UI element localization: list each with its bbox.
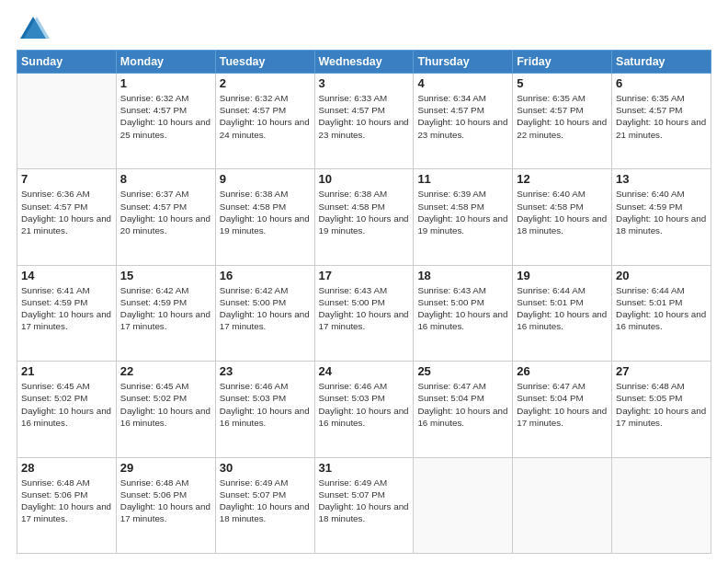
day-info: Sunrise: 6:43 AM Sunset: 5:00 PM Dayligh…: [319, 284, 410, 333]
calendar-cell: [414, 457, 513, 553]
calendar-cell: 7Sunrise: 6:36 AM Sunset: 4:57 PM Daylig…: [17, 169, 117, 265]
weekday-header-row: SundayMondayTuesdayWednesdayThursdayFrid…: [17, 51, 711, 74]
day-info: Sunrise: 6:47 AM Sunset: 5:04 PM Dayligh…: [517, 380, 608, 429]
calendar-cell: 19Sunrise: 6:44 AM Sunset: 5:01 PM Dayli…: [513, 265, 612, 361]
day-number: 27: [616, 364, 707, 378]
day-number: 25: [417, 364, 508, 378]
day-number: 31: [319, 461, 410, 475]
week-row-1: 1Sunrise: 6:32 AM Sunset: 4:57 PM Daylig…: [17, 74, 711, 169]
weekday-header-monday: Monday: [116, 51, 215, 74]
day-info: Sunrise: 6:49 AM Sunset: 5:07 PM Dayligh…: [319, 477, 410, 525]
day-info: Sunrise: 6:41 AM Sunset: 4:59 PM Dayligh…: [21, 284, 112, 333]
calendar-cell: 22Sunrise: 6:45 AM Sunset: 5:02 PM Dayli…: [116, 362, 215, 457]
day-number: 14: [21, 269, 112, 282]
day-number: 5: [517, 76, 608, 90]
day-info: Sunrise: 6:37 AM Sunset: 4:57 PM Dayligh…: [120, 188, 211, 236]
calendar-table: SundayMondayTuesdayWednesdayThursdayFrid…: [17, 50, 711, 554]
day-number: 7: [21, 172, 112, 186]
calendar-cell: 5Sunrise: 6:35 AM Sunset: 4:57 PM Daylig…: [513, 74, 612, 169]
day-info: Sunrise: 6:47 AM Sunset: 5:04 PM Dayligh…: [417, 380, 508, 429]
day-info: Sunrise: 6:33 AM Sunset: 4:57 PM Dayligh…: [319, 92, 410, 141]
calendar-cell: 25Sunrise: 6:47 AM Sunset: 5:04 PM Dayli…: [414, 362, 513, 457]
calendar-cell: 11Sunrise: 6:39 AM Sunset: 4:58 PM Dayli…: [414, 169, 513, 265]
day-info: Sunrise: 6:42 AM Sunset: 4:59 PM Dayligh…: [120, 284, 211, 333]
day-info: Sunrise: 6:36 AM Sunset: 4:57 PM Dayligh…: [21, 188, 112, 236]
calendar-cell: 26Sunrise: 6:47 AM Sunset: 5:04 PM Dayli…: [513, 362, 612, 457]
day-number: 21: [21, 364, 112, 378]
day-number: 15: [120, 269, 211, 282]
calendar-cell: 30Sunrise: 6:49 AM Sunset: 5:07 PM Dayli…: [215, 457, 314, 553]
weekday-header-thursday: Thursday: [414, 51, 513, 74]
day-number: 29: [120, 461, 211, 475]
day-info: Sunrise: 6:44 AM Sunset: 5:01 PM Dayligh…: [517, 284, 608, 333]
calendar-cell: 13Sunrise: 6:40 AM Sunset: 4:59 PM Dayli…: [612, 169, 711, 265]
week-row-4: 21Sunrise: 6:45 AM Sunset: 5:02 PM Dayli…: [17, 362, 711, 457]
day-number: 11: [417, 172, 508, 186]
day-info: Sunrise: 6:32 AM Sunset: 4:57 PM Dayligh…: [120, 92, 211, 141]
week-row-5: 28Sunrise: 6:48 AM Sunset: 5:06 PM Dayli…: [17, 457, 711, 553]
day-info: Sunrise: 6:40 AM Sunset: 4:59 PM Dayligh…: [616, 188, 707, 236]
day-number: 16: [220, 269, 311, 282]
day-number: 9: [220, 172, 311, 186]
calendar-cell: 12Sunrise: 6:40 AM Sunset: 4:58 PM Dayli…: [513, 169, 612, 265]
day-info: Sunrise: 6:43 AM Sunset: 5:00 PM Dayligh…: [417, 284, 508, 333]
header: [17, 9, 711, 46]
calendar-cell: [17, 74, 117, 169]
calendar-cell: 1Sunrise: 6:32 AM Sunset: 4:57 PM Daylig…: [116, 74, 215, 169]
day-number: 6: [616, 76, 707, 90]
day-number: 1: [120, 76, 211, 90]
week-row-2: 7Sunrise: 6:36 AM Sunset: 4:57 PM Daylig…: [17, 169, 711, 265]
calendar-cell: [513, 457, 612, 553]
calendar-cell: 29Sunrise: 6:48 AM Sunset: 5:06 PM Dayli…: [116, 457, 215, 553]
day-info: Sunrise: 6:45 AM Sunset: 5:02 PM Dayligh…: [120, 380, 211, 429]
day-number: 3: [319, 76, 410, 90]
day-number: 13: [616, 172, 707, 186]
calendar-cell: 18Sunrise: 6:43 AM Sunset: 5:00 PM Dayli…: [414, 265, 513, 361]
calendar-cell: 14Sunrise: 6:41 AM Sunset: 4:59 PM Dayli…: [17, 265, 117, 361]
day-number: 24: [319, 364, 410, 378]
day-number: 19: [517, 269, 608, 282]
day-info: Sunrise: 6:48 AM Sunset: 5:05 PM Dayligh…: [616, 380, 707, 429]
day-number: 22: [120, 364, 211, 378]
weekday-header-sunday: Sunday: [17, 51, 117, 74]
day-info: Sunrise: 6:48 AM Sunset: 5:06 PM Dayligh…: [21, 477, 112, 525]
weekday-header-friday: Friday: [513, 51, 612, 74]
day-number: 12: [517, 172, 608, 186]
calendar-cell: 17Sunrise: 6:43 AM Sunset: 5:00 PM Dayli…: [314, 265, 414, 361]
day-info: Sunrise: 6:34 AM Sunset: 4:57 PM Dayligh…: [417, 92, 508, 141]
day-info: Sunrise: 6:42 AM Sunset: 5:00 PM Dayligh…: [220, 284, 311, 333]
day-number: 2: [220, 76, 311, 90]
calendar-cell: 23Sunrise: 6:46 AM Sunset: 5:03 PM Dayli…: [215, 362, 314, 457]
calendar-cell: 9Sunrise: 6:38 AM Sunset: 4:58 PM Daylig…: [215, 169, 314, 265]
page: SundayMondayTuesdayWednesdayThursdayFrid…: [0, 0, 728, 563]
day-info: Sunrise: 6:32 AM Sunset: 4:57 PM Dayligh…: [220, 92, 311, 141]
calendar-cell: 6Sunrise: 6:35 AM Sunset: 4:57 PM Daylig…: [612, 74, 711, 169]
calendar-cell: 31Sunrise: 6:49 AM Sunset: 5:07 PM Dayli…: [314, 457, 414, 553]
calendar-cell: [612, 457, 711, 553]
day-info: Sunrise: 6:48 AM Sunset: 5:06 PM Dayligh…: [120, 477, 211, 525]
day-info: Sunrise: 6:38 AM Sunset: 4:58 PM Dayligh…: [220, 188, 311, 236]
day-info: Sunrise: 6:35 AM Sunset: 4:57 PM Dayligh…: [616, 92, 707, 141]
day-info: Sunrise: 6:45 AM Sunset: 5:02 PM Dayligh…: [21, 380, 112, 429]
calendar-cell: 24Sunrise: 6:46 AM Sunset: 5:03 PM Dayli…: [314, 362, 414, 457]
calendar-cell: 28Sunrise: 6:48 AM Sunset: 5:06 PM Dayli…: [17, 457, 117, 553]
day-info: Sunrise: 6:46 AM Sunset: 5:03 PM Dayligh…: [319, 380, 410, 429]
day-number: 17: [319, 269, 410, 282]
calendar-cell: 15Sunrise: 6:42 AM Sunset: 4:59 PM Dayli…: [116, 265, 215, 361]
logo: [17, 13, 53, 46]
logo-icon: [17, 13, 50, 46]
calendar-cell: 3Sunrise: 6:33 AM Sunset: 4:57 PM Daylig…: [314, 74, 414, 169]
day-number: 8: [120, 172, 211, 186]
weekday-header-wednesday: Wednesday: [314, 51, 414, 74]
day-info: Sunrise: 6:49 AM Sunset: 5:07 PM Dayligh…: [220, 477, 311, 525]
day-info: Sunrise: 6:40 AM Sunset: 4:58 PM Dayligh…: [517, 188, 608, 236]
calendar-cell: 20Sunrise: 6:44 AM Sunset: 5:01 PM Dayli…: [612, 265, 711, 361]
calendar-cell: 8Sunrise: 6:37 AM Sunset: 4:57 PM Daylig…: [116, 169, 215, 265]
day-info: Sunrise: 6:46 AM Sunset: 5:03 PM Dayligh…: [220, 380, 311, 429]
weekday-header-saturday: Saturday: [612, 51, 711, 74]
calendar-cell: 4Sunrise: 6:34 AM Sunset: 4:57 PM Daylig…: [414, 74, 513, 169]
calendar-cell: 2Sunrise: 6:32 AM Sunset: 4:57 PM Daylig…: [215, 74, 314, 169]
day-info: Sunrise: 6:39 AM Sunset: 4:58 PM Dayligh…: [417, 188, 508, 236]
day-number: 18: [417, 269, 508, 282]
day-number: 30: [220, 461, 311, 475]
